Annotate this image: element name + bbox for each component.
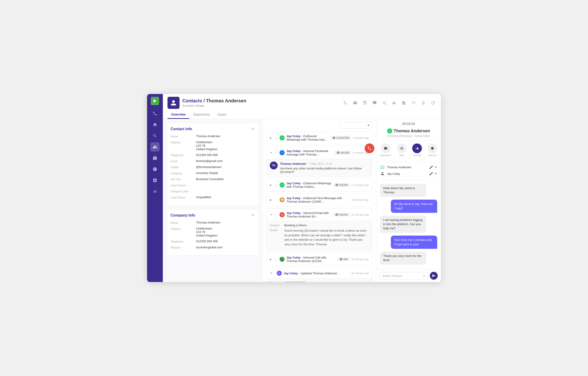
breadcrumb-contacts[interactable]: Contacts (182, 98, 202, 103)
attach-action-icon[interactable] (420, 100, 427, 106)
activity-item-2: ▼ ← f Jay Coley - Inbound Facebook messa… (266, 146, 372, 177)
team-action-icon[interactable] (391, 100, 397, 106)
sidebar-item-home[interactable] (150, 120, 160, 129)
snippet-chevron-icon: ▾ (423, 274, 425, 278)
activity-header-6[interactable]: ▶ ← 📞 Jay Coley - Inbound Call with Thom… (266, 253, 372, 266)
whatsapp-icon-1: ✓ (280, 135, 285, 140)
time-label-1: 3 minutes ago (353, 137, 369, 139)
snippet-placeholder: Select Snippet (382, 274, 402, 278)
participant-jay: Jay Coley 🎤 ✕ (380, 171, 437, 176)
activity-text-2: Jay Coley - Inbound Facebook message wit… (286, 149, 333, 156)
participant-jay-remove[interactable]: ✕ (434, 172, 437, 175)
activity-meta-3: 456789 17 minutes ago (334, 183, 369, 187)
middle-panel: ▾ ▶ → ✓ Jay Coley - Outbound WhatsApp wi… (262, 119, 376, 282)
chat-action-icon[interactable] (371, 100, 378, 106)
activity-header-4[interactable]: ▶ → 💬 Jay Coley - Outbound Text Message … (266, 193, 372, 206)
app-logo[interactable] (151, 97, 159, 105)
sidebar-item-contacts[interactable] (150, 142, 160, 151)
queue-badge-6: 689 (338, 258, 349, 261)
sidebar (147, 94, 163, 282)
sidebar-item-phone[interactable] (150, 109, 160, 118)
record-label: Record (429, 154, 436, 157)
tab-overview[interactable]: Overview (168, 111, 189, 119)
transfer-button[interactable]: Transfer (412, 143, 422, 159)
email-action-icon[interactable] (352, 100, 358, 106)
sidebar-item-dollar[interactable] (150, 165, 160, 174)
tab-cases[interactable]: Cases (214, 111, 230, 119)
alarm-action-icon[interactable] (430, 100, 436, 106)
activity-header-5[interactable]: ▼ ← ✉ Jay Coley - Inbound Email with Tho… (266, 208, 372, 221)
chat-input-area: Select Snippet ▾ (376, 269, 441, 282)
hangup-button[interactable] (365, 143, 374, 159)
call-action-icon[interactable] (342, 100, 349, 106)
caller-info: ✓ Thomas Andersen Incoming WhatsApp - Gl… (376, 128, 441, 141)
facebook-icon-2: f (280, 150, 285, 155)
record-button[interactable]: Record (428, 143, 437, 159)
field-address: Address CheltenhamL53 78United Kingdom (170, 140, 255, 151)
field-name: Name Thomas Andersen (170, 134, 255, 138)
field-lead-source: Lead Source (170, 183, 255, 187)
activity-header-1[interactable]: ▶ → ✓ Jay Coley - Outbound WhatsApp with… (266, 132, 372, 144)
arrow-left-6: ← (275, 258, 278, 261)
field-telephone: Telephone 012345 500 500 (170, 153, 255, 157)
contact-title: Contacts / Thomas Andersen (182, 98, 246, 104)
queue-badge-1: 123456789 (331, 136, 351, 140)
activity-header-2[interactable]: ▼ ← f Jay Coley - Inbound Facebook messa… (266, 146, 372, 159)
refresh-action-icon[interactable] (410, 100, 417, 106)
activity-meta-2: 456789 6 minutes ago (335, 151, 369, 155)
activity-text-1: Jay Coley - Outbound WhatsApp with Thoma… (286, 134, 329, 141)
hold-label: Hold (399, 154, 404, 157)
msg-content-2: Thomas Andersen 5 May 2022, 17:30 Are th… (280, 161, 369, 174)
activity-text-4: Jay Coley - Outbound Text Message with T… (286, 196, 350, 203)
arrow-left-2: ← (275, 151, 278, 154)
contact-info-title: Contact info (170, 127, 192, 131)
sidebar-item-reports[interactable] (150, 187, 160, 196)
caller-subtitle: Incoming WhatsApp - Global Sales (387, 134, 430, 138)
participant-jay-name: Jay Coley (387, 172, 427, 175)
company-field-name: Name Thomas Andersen (170, 221, 255, 225)
right-panel: 00:03:34 ✓ Thomas Andersen Incoming What… (376, 119, 441, 282)
participant-thomas: Thomas Andersen 🎤 ✕ (380, 165, 437, 170)
participant-thomas-mute[interactable]: 🎤 (429, 165, 433, 169)
sidebar-item-briefcase[interactable] (150, 153, 160, 163)
call-icon-6: 📞 (280, 257, 285, 262)
activity-text-5: Jay Coley - Inbound Email with Thomas An… (286, 211, 332, 218)
notes-action-icon[interactable] (400, 100, 407, 106)
hold-button[interactable]: Hold (397, 143, 407, 159)
participant-jay-actions: 🎤 ✕ (429, 172, 437, 175)
filter-dropdown[interactable]: ▾ (340, 122, 372, 129)
field-email: Email thomas@gmail.com (170, 159, 255, 163)
tab-opportunity[interactable]: Opportunity (189, 111, 213, 119)
sms-action-icon[interactable] (362, 100, 368, 106)
activity-header-7[interactable]: ▼ ✏ Jay Coley - Updated Thomas Andersen … (266, 268, 372, 279)
field-twitter: Twitter @thomasandersen (170, 165, 255, 169)
update-icon-7: ✏ (277, 271, 282, 276)
participant-thomas-remove[interactable]: ✕ (434, 165, 437, 169)
company-field-website: Website accentricglobal.com (170, 246, 255, 249)
company-info-edit-icon[interactable]: ✏ (252, 213, 255, 217)
activity-body-7: Telephone - 012345 500 500 Twitter - @th… (266, 279, 372, 282)
left-panel: Contact info ✏ Name Thomas Andersen Addr… (163, 119, 262, 282)
chat-bubble-4: Yes! Give me 5 minutes and I'll get back… (391, 236, 437, 248)
time-label-4: 19 minutes ago (351, 198, 369, 201)
record-icon (428, 143, 437, 153)
participant-person-icon (380, 171, 385, 176)
share-action-icon[interactable] (381, 100, 388, 106)
activity-meta-6: 689 42 minutes ago (338, 258, 369, 261)
activity-header-3[interactable]: ▶ → ✓ Jay Coley - Outbound WhatAspp with… (266, 179, 372, 191)
chat-msg-4: Yes! Give me 5 minutes and I'll get back… (380, 236, 437, 248)
time-label-7: 45 minutes ago (351, 272, 369, 275)
activity-item-3: ▶ → ✓ Jay Coley - Outbound WhatAspp with… (266, 179, 372, 192)
disposition-button[interactable]: Disposition (380, 143, 391, 159)
send-button[interactable] (430, 272, 438, 280)
activity-body-5: Subject Booking a Demo Email Good mornin… (266, 221, 372, 251)
participant-jay-mute[interactable]: 🎤 (429, 172, 433, 175)
company-field-address: Address CheltenhamL53 78United Kingdom (170, 227, 255, 237)
sidebar-item-search[interactable] (150, 131, 160, 140)
expand-icon-5: ▼ (270, 213, 273, 216)
snippet-select[interactable]: Select Snippet ▾ (379, 272, 428, 280)
sidebar-item-analytics[interactable] (150, 176, 160, 185)
whatsapp-caller-icon: ✓ (387, 128, 392, 133)
contact-info-edit-icon[interactable]: ✏ (252, 127, 255, 131)
svg-point-1 (431, 147, 434, 150)
